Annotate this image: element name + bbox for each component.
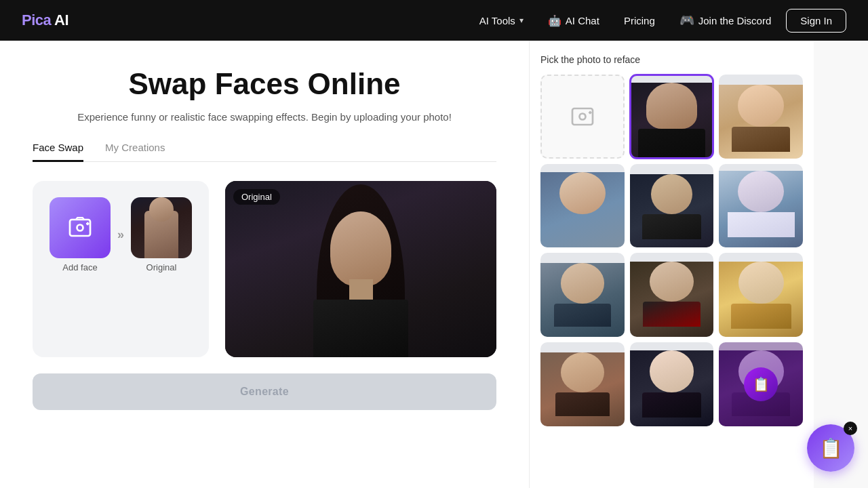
floating-widget[interactable]: 📋 ×: [807, 424, 854, 472]
sign-in-button[interactable]: Sign In: [786, 9, 846, 33]
nav-discord-label: Join the Discord: [698, 15, 772, 26]
tab-face-swap[interactable]: Face Swap: [33, 142, 83, 162]
original-preview-box: [131, 197, 192, 258]
left-content: Swap Faces Online Experience funny or re…: [0, 41, 529, 488]
add-photo-icon: [68, 216, 92, 240]
header: Pica AI AI Tools ▾ 🤖 AI Chat Pricing 🎮 J…: [0, 0, 868, 41]
main-nav: AI Tools ▾ 🤖 AI Chat Pricing 🎮 Join the …: [470, 7, 846, 33]
add-face-label: Add face: [50, 262, 111, 272]
page-subtitle: Experience funny or realistic face swapp…: [33, 111, 496, 123]
face-upload-panel: Add face » Original: [33, 181, 209, 357]
nav-pricing-label: Pricing: [624, 15, 655, 26]
svg-point-1: [77, 224, 83, 230]
widget-icon: 📋: [819, 437, 843, 460]
tab-my-creations[interactable]: My Creations: [105, 142, 165, 162]
upload-boxes: Add face » Original: [50, 197, 192, 272]
photo-curly-male[interactable]: [540, 342, 625, 426]
upload-icon: [570, 104, 595, 129]
generate-button[interactable]: Generate: [33, 373, 496, 410]
swap-area: Add face » Original: [33, 181, 496, 357]
photo-brown-hair-girl[interactable]: [719, 75, 803, 159]
chevron-down-icon: ▾: [519, 16, 524, 25]
robot-icon: 🤖: [548, 14, 561, 27]
arrow-separator: »: [117, 228, 124, 242]
nav-ai-tools[interactable]: AI Tools ▾: [470, 9, 533, 32]
svg-point-5: [579, 113, 585, 119]
tabs: Face Swap My Creations: [33, 142, 496, 162]
photo-young-male[interactable]: [540, 253, 625, 337]
floating-close-button[interactable]: ×: [844, 422, 857, 435]
photo-grid: 📋: [540, 75, 803, 426]
upload-photo-cell[interactable]: [540, 75, 625, 159]
svg-rect-4: [572, 108, 593, 125]
nav-discord[interactable]: 🎮 Join the Discord: [670, 7, 781, 33]
right-panel: Pick the photo to reface: [529, 41, 814, 488]
logo[interactable]: Pica AI: [22, 12, 68, 29]
original-badge: Original: [233, 189, 280, 205]
photo-fantasy-overlay[interactable]: 📋: [719, 342, 803, 426]
main-layout: Swap Faces Online Experience funny or re…: [0, 41, 868, 488]
photo-dark-jacket-girl[interactable]: [630, 75, 714, 159]
discord-icon: 🎮: [679, 13, 694, 28]
photo-dark-young-man[interactable]: [630, 164, 714, 248]
pick-label: Pick the photo to reface: [540, 54, 803, 65]
photo-ethereal-woman[interactable]: [719, 164, 803, 248]
page-title: Swap Faces Online: [33, 68, 496, 100]
original-image-panel: Original: [225, 181, 496, 357]
photo-brunette-woman[interactable]: [540, 164, 625, 248]
nav-ai-chat[interactable]: 🤖 AI Chat: [538, 9, 609, 33]
photo-golden-female[interactable]: [719, 253, 803, 337]
photo-female-school[interactable]: [630, 253, 714, 337]
photo-asian-female[interactable]: [630, 342, 714, 426]
nav-pricing[interactable]: Pricing: [614, 9, 665, 32]
nav-ai-tools-label: AI Tools: [479, 15, 515, 26]
svg-rect-0: [70, 220, 90, 236]
add-face-box[interactable]: [50, 197, 111, 258]
original-label: Original: [131, 262, 192, 272]
nav-ai-chat-label: AI Chat: [566, 15, 599, 26]
